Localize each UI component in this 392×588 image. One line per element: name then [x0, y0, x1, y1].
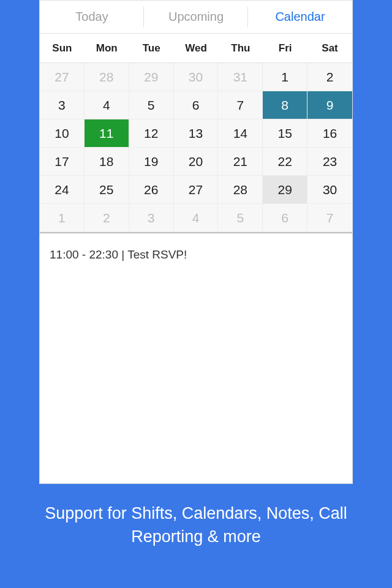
- day-cell[interactable]: 5: [129, 91, 174, 119]
- day-cell[interactable]: 30: [174, 63, 219, 91]
- day-cell[interactable]: 3: [129, 204, 174, 232]
- day-header: Sun: [40, 34, 85, 63]
- tab-calendar[interactable]: Calendar: [248, 1, 352, 33]
- day-cell[interactable]: 4: [174, 204, 219, 232]
- day-cell[interactable]: 14: [218, 119, 263, 148]
- day-cell[interactable]: 16: [307, 119, 352, 148]
- day-cell[interactable]: 31: [218, 63, 263, 91]
- day-cell[interactable]: 17: [40, 148, 85, 176]
- day-cell[interactable]: 6: [174, 91, 219, 119]
- day-cell[interactable]: 21: [218, 148, 263, 176]
- day-header: Mon: [85, 34, 129, 63]
- day-cell[interactable]: 29: [129, 63, 174, 91]
- day-cell[interactable]: 27: [40, 63, 85, 91]
- day-cell[interactable]: 7: [307, 204, 352, 232]
- tab-upcoming[interactable]: Upcoming: [144, 1, 248, 33]
- event-item[interactable]: 11:00 - 22:30 | Test RSVP!: [50, 248, 342, 262]
- day-cell[interactable]: 5: [218, 204, 263, 232]
- day-cell[interactable]: 30: [307, 176, 352, 204]
- tab-bar: Today Upcoming Calendar: [40, 1, 352, 34]
- day-cell[interactable]: 20: [174, 148, 219, 176]
- event-list: 11:00 - 22:30 | Test RSVP!: [40, 233, 352, 483]
- marketing-caption: Support for Shifts, Calendars, Notes, Ca…: [0, 502, 392, 549]
- day-cell[interactable]: 28: [218, 176, 263, 204]
- calendar-grid: SunMonTueWedThuFriSat2728293031123456789…: [40, 34, 352, 233]
- day-cell[interactable]: 18: [85, 148, 129, 176]
- day-cell[interactable]: 25: [85, 176, 129, 204]
- day-cell[interactable]: 26: [129, 176, 174, 204]
- day-cell[interactable]: 1: [263, 63, 307, 91]
- day-cell[interactable]: 28: [85, 63, 129, 91]
- day-cell[interactable]: 13: [174, 119, 219, 148]
- day-cell[interactable]: 3: [40, 91, 85, 119]
- day-header: Sat: [307, 34, 352, 63]
- day-header: Wed: [174, 34, 219, 63]
- day-cell[interactable]: 8: [263, 91, 307, 119]
- day-cell[interactable]: 11: [85, 119, 129, 148]
- day-cell[interactable]: 24: [40, 176, 85, 204]
- day-header: Thu: [218, 34, 263, 63]
- day-cell[interactable]: 4: [85, 91, 129, 119]
- day-cell[interactable]: 2: [85, 204, 129, 232]
- day-cell[interactable]: 12: [129, 119, 174, 148]
- tab-today[interactable]: Today: [40, 1, 144, 33]
- day-cell[interactable]: 7: [218, 91, 263, 119]
- day-cell[interactable]: 9: [307, 91, 352, 119]
- day-cell[interactable]: 27: [174, 176, 219, 204]
- day-cell[interactable]: 15: [263, 119, 307, 148]
- day-cell[interactable]: 29: [263, 176, 307, 204]
- day-header: Fri: [263, 34, 307, 63]
- day-cell[interactable]: 10: [40, 119, 85, 148]
- day-cell[interactable]: 1: [40, 204, 85, 232]
- day-cell[interactable]: 22: [263, 148, 307, 176]
- day-header: Tue: [129, 34, 174, 63]
- day-cell[interactable]: 19: [129, 148, 174, 176]
- app-card: Today Upcoming Calendar SunMonTueWedThuF…: [39, 0, 353, 484]
- day-cell[interactable]: 23: [307, 148, 352, 176]
- day-cell[interactable]: 6: [263, 204, 307, 232]
- day-cell[interactable]: 2: [307, 63, 352, 91]
